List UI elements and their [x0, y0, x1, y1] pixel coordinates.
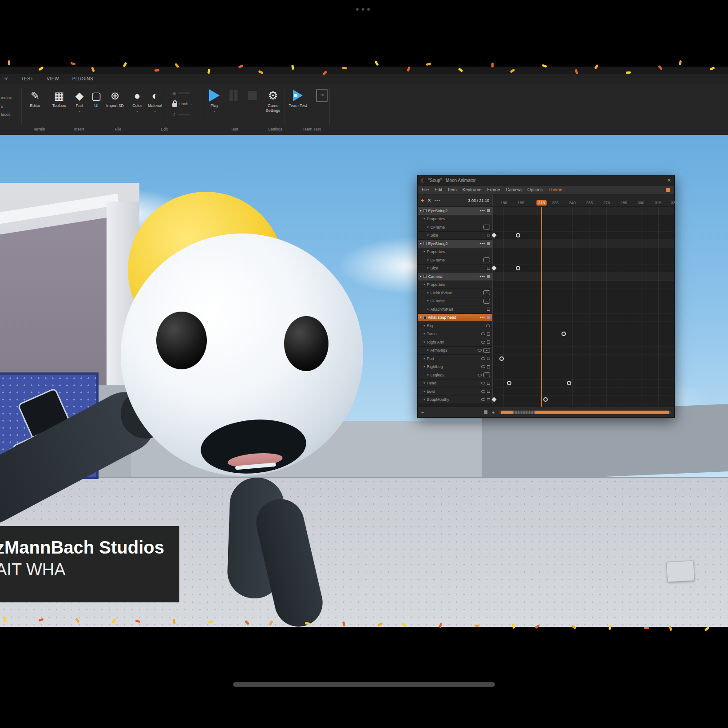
track-toggle[interactable]	[487, 209, 490, 212]
track-row-cframe[interactable]: ▾CFrame–	[418, 297, 674, 306]
track-toggle[interactable]	[487, 275, 490, 278]
default-value-icon[interactable]: –	[483, 348, 490, 353]
menu-tab-plugins[interactable]: PLUGINS	[72, 76, 93, 81]
keyframe-marker[interactable]	[543, 397, 548, 402]
track-timeline[interactable]	[492, 265, 674, 273]
menu-tab-r[interactable]: R	[4, 76, 8, 81]
track-menu-icon[interactable]: •••	[480, 241, 485, 246]
ui-button[interactable]: ▢ UI	[86, 87, 107, 108]
track-timeline[interactable]	[492, 240, 674, 248]
track-timeline[interactable]	[492, 305, 674, 314]
track-timeline[interactable]	[492, 371, 674, 380]
track-row-properties[interactable]: ▾Properties	[418, 248, 674, 257]
expand-icon[interactable]: ▾	[427, 348, 429, 352]
visibility-eye-icon[interactable]	[481, 390, 485, 393]
lock-button[interactable]: Lock⌄	[172, 100, 198, 108]
menu-tab-view[interactable]: VIEW	[47, 76, 59, 81]
keyframe-marker[interactable]	[491, 233, 496, 238]
track-row-legleg2[interactable]: ▾Legleg2–	[418, 371, 674, 380]
home-indicator[interactable]	[233, 682, 495, 687]
scrollbar-handle[interactable]	[513, 411, 535, 414]
expand-icon[interactable]: ▾	[423, 283, 425, 286]
track-timeline[interactable]	[492, 232, 674, 240]
visibility-eye-icon[interactable]	[478, 374, 482, 376]
track-timeline[interactable]	[492, 289, 674, 297]
track-timeline[interactable]	[492, 347, 674, 355]
track-timeline[interactable]	[492, 338, 674, 347]
animator-menu-frame[interactable]: Frame	[487, 187, 500, 192]
track-timeline[interactable]	[492, 273, 674, 281]
expand-icon[interactable]: ▾	[423, 381, 425, 385]
visibility-eye-icon[interactable]	[486, 324, 490, 327]
expand-icon[interactable]: ▾	[427, 226, 429, 229]
keyframe-toggle[interactable]	[487, 365, 490, 368]
default-value-icon[interactable]: –	[483, 225, 490, 229]
add-item-button[interactable]: +	[421, 197, 424, 204]
expand-icon[interactable]: ▾	[427, 291, 429, 295]
default-value-icon[interactable]: –	[483, 372, 490, 377]
animator-menu-camera[interactable]: Camera	[506, 187, 522, 192]
track-row-fieldofview[interactable]: ▾FieldOfView–	[418, 289, 674, 297]
pause-button[interactable]	[223, 87, 244, 103]
visibility-eye-icon[interactable]	[481, 341, 485, 344]
expand-icon[interactable]: ▾	[427, 258, 429, 262]
expand-icon[interactable]: ▾	[423, 390, 425, 393]
keyframe-marker[interactable]	[567, 381, 571, 385]
animator-menu-accent-icon[interactable]	[666, 188, 670, 192]
timeline-ruler[interactable]: 180195213225240255270285300315330	[492, 194, 674, 206]
track-checkbox[interactable]	[423, 242, 427, 245]
editor-button[interactable]: ✎ Editor	[25, 87, 45, 108]
track-timeline[interactable]	[492, 388, 674, 396]
track-checkbox[interactable]	[423, 209, 427, 212]
keyframe-marker[interactable]	[491, 266, 496, 271]
keyframe-marker[interactable]	[491, 397, 496, 402]
visibility-eye-icon[interactable]	[481, 382, 485, 384]
animator-close-icon[interactable]: ✕	[667, 178, 671, 183]
timeline-scrollbar[interactable]	[499, 411, 671, 414]
track-row-properties[interactable]: ▾Properties	[418, 281, 674, 289]
track-row-properties[interactable]: ▾Properties	[418, 215, 674, 224]
track-menu-icon[interactable]: •••	[480, 315, 485, 320]
keyframe-toggle[interactable]	[487, 267, 490, 270]
track-timeline[interactable]	[492, 363, 674, 372]
multitask-dots[interactable]: •••	[0, 4, 728, 15]
track-timeline[interactable]	[492, 322, 674, 330]
track-timeline[interactable]	[492, 207, 674, 215]
track-checkbox[interactable]	[423, 275, 427, 278]
track-timeline[interactable]	[492, 297, 674, 306]
more-options-button[interactable]: •••	[435, 198, 441, 203]
animator-titlebar[interactable]: ☾ "Soup" - Moon Animator ✕	[418, 176, 674, 186]
expand-icon[interactable]: ▾	[423, 332, 425, 336]
track-row-attachtopart[interactable]: ▾AttachToPart	[418, 305, 674, 314]
track-menu-icon[interactable]: •••	[480, 209, 485, 213]
game-settings-button[interactable]: ⚙ Game Settings	[263, 87, 283, 113]
expand-icon[interactable]: ▾	[423, 357, 425, 360]
track-row-rightleg[interactable]: ▾RightLeg	[418, 363, 674, 372]
exit-game-button[interactable]: ⇥	[312, 87, 332, 103]
track-timeline[interactable]	[492, 281, 674, 289]
keyframe-marker[interactable]	[516, 266, 520, 270]
keyframe-marker[interactable]	[516, 233, 520, 237]
animator-menu-file[interactable]: File	[422, 187, 429, 192]
track-timeline[interactable]	[492, 248, 674, 257]
animator-menu-item[interactable]: Item	[448, 187, 456, 192]
track-row-cframe[interactable]: ▾CFrame–	[418, 223, 674, 232]
default-value-icon[interactable]: –	[483, 299, 490, 304]
keyframe-toggle[interactable]	[487, 390, 490, 393]
track-row-size[interactable]: ▾Size	[418, 232, 674, 240]
animator-menu-edit[interactable]: Edit	[435, 187, 442, 192]
keyframe-toggle[interactable]	[487, 340, 490, 344]
visibility-eye-icon[interactable]	[481, 332, 485, 335]
team-test-button[interactable]: Team Test	[288, 87, 308, 108]
expand-icon[interactable]: ▾	[427, 299, 429, 303]
track-row-bowl[interactable]: ▾bowl	[418, 388, 674, 396]
animator-menu-options[interactable]: Options	[527, 187, 542, 192]
expand-icon[interactable]: ▾	[420, 242, 422, 245]
track-row-head[interactable]: ▾Head	[418, 380, 674, 388]
expand-icon[interactable]: ▾	[423, 324, 425, 328]
track-row-right-arm[interactable]: ▾Right Arm	[418, 338, 674, 347]
visibility-eye-icon[interactable]	[481, 398, 485, 401]
anchor-tool-button[interactable]: ↺	[172, 111, 198, 119]
track-toggle[interactable]	[487, 242, 490, 245]
expand-icon[interactable]: ▾	[420, 316, 422, 319]
